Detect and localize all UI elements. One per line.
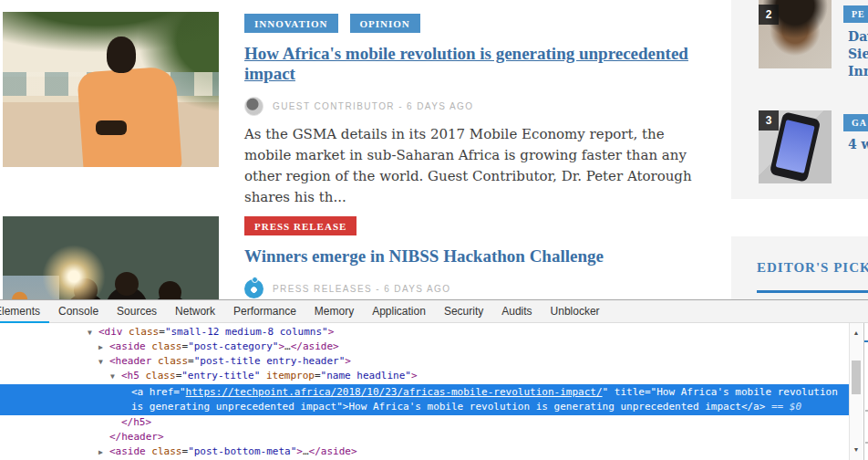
code-segment: > xyxy=(296,445,303,457)
styles-pane-edge xyxy=(863,323,868,460)
code-segment: itemprop xyxy=(260,370,315,382)
code-segment: https://techpoint.africa/2018/10/23/afri… xyxy=(186,386,603,398)
code-segment: "post-category" xyxy=(188,340,278,352)
devtools-code-line[interactable]: ▼<h5 class="entry-title" itemprop="name … xyxy=(0,369,849,383)
devtools-tab-performance[interactable]: Performance xyxy=(224,300,305,322)
techpoint-press-releases-icon[interactable] xyxy=(244,279,264,298)
sidebar-title-line: 4 wa xyxy=(848,136,868,153)
devtools-code-line[interactable]: </h5> xyxy=(0,415,849,430)
code-segment: "post-bottom-meta" xyxy=(188,445,296,457)
sidebar-item-3-category-tag[interactable]: GA xyxy=(843,114,868,131)
code-segment: … xyxy=(284,340,291,352)
devtools-panel: ElementsConsoleSourcesNetworkPerformance… xyxy=(0,299,868,460)
code-segment: " title="How Africa's mobile revolution xyxy=(603,386,838,398)
sidebar-title-line: Inno xyxy=(848,63,868,80)
devtools-tab-console[interactable]: Console xyxy=(49,300,108,322)
devtools-tab-unblocker[interactable]: Unblocker xyxy=(542,300,609,322)
expand-collapse-arrow-icon[interactable]: ▼ xyxy=(88,326,98,340)
code-segment: <aside xyxy=(109,340,146,352)
rank-badge: 2 xyxy=(759,5,779,25)
devtools-code-line[interactable]: <a href="https://techpoint.africa/2018/1… xyxy=(0,385,849,400)
devtools-tab-memory[interactable]: Memory xyxy=(305,300,363,322)
code-segment: = xyxy=(188,355,194,367)
thumbnail-person-head xyxy=(107,37,136,73)
editors-pick-underline xyxy=(757,290,868,293)
devtools-code-line[interactable]: ▶<aside class="post-bottom-meta">…</asid… xyxy=(0,444,849,459)
code-segment: class xyxy=(123,326,160,338)
scroll-up-arrow-icon[interactable]: ▲ xyxy=(850,329,863,338)
code-segment: "small-12 medium-8 columns" xyxy=(165,326,328,338)
devtools-tab-security[interactable]: Security xyxy=(435,300,492,322)
code-segment: > xyxy=(345,355,351,367)
sidebar-title-line: Dav xyxy=(848,28,868,46)
devtools-tab-network[interactable]: Network xyxy=(166,300,224,322)
code-segment: </aside> xyxy=(309,445,357,457)
thumbnail-person xyxy=(159,281,181,299)
code-segment: class xyxy=(140,370,176,382)
devtools-tab-sources[interactable]: Sources xyxy=(108,300,166,322)
article-2: PRESS RELEASE Winners emerge in NIBSS Ha… xyxy=(244,216,714,298)
sidebar-item-3-title[interactable]: 4 wa xyxy=(848,136,868,153)
category-tag[interactable]: PRESS RELEASE xyxy=(244,216,356,235)
devtools-code-line[interactable]: ▼<div class="small-12 medium-8 columns"> xyxy=(0,325,849,340)
editors-pick-heading: EDITOR'S PICK xyxy=(757,260,868,276)
article-1-excerpt: As the GSMA details in its 2017 Mobile E… xyxy=(244,124,709,208)
article-2-author-row: PRESS RELEASES - 6 DAYS AGO xyxy=(244,278,714,298)
code-segment: = xyxy=(315,370,321,382)
code-segment: = xyxy=(159,326,165,338)
article-1: INNOVATIONOPINION How Africa's mobile re… xyxy=(244,14,714,208)
expand-collapse-arrow-icon[interactable]: ▼ xyxy=(110,370,121,384)
category-tag[interactable]: INNOVATION xyxy=(244,14,338,33)
expand-collapse-arrow-icon[interactable]: ▼ xyxy=(98,355,109,370)
thumbnail-person-hands xyxy=(96,120,127,135)
code-segment: "post-title entry-header" xyxy=(194,355,346,367)
selected-element-row[interactable]: <a href="https://techpoint.africa/2018/1… xyxy=(0,384,849,415)
devtools-code-line[interactable]: </header> xyxy=(0,430,849,444)
article-1-title-link[interactable]: How Africa's mobile revolution is genera… xyxy=(244,44,714,84)
code-segment: <div xyxy=(98,326,123,338)
code-segment: class xyxy=(146,445,182,457)
elements-tree[interactable]: ▼<div class="small-12 medium-8 columns">… xyxy=(0,323,849,460)
code-segment: > xyxy=(411,370,418,382)
article-2-tags: PRESS RELEASE xyxy=(244,216,714,235)
category-tag[interactable]: OPINION xyxy=(350,14,420,33)
popular-posts-card: 2 PE DavSierInno 3 GA 4 wa xyxy=(731,0,868,199)
devtools-tab-application[interactable]: Application xyxy=(363,300,435,322)
rank-badge: 3 xyxy=(759,110,779,131)
devtools-tab-bar: ElementsConsoleSourcesNetworkPerformance… xyxy=(0,300,868,323)
devtools-code-line[interactable]: ▼<header class="post-title entry-header"… xyxy=(0,354,849,369)
devtools-scrollbar[interactable]: ▲ ▼ xyxy=(849,323,863,460)
expand-collapse-arrow-icon[interactable]: ▶ xyxy=(98,340,109,355)
article-2-title-link[interactable]: Winners emerge in NIBSS Hackathon Challe… xyxy=(244,246,714,267)
article-thumbnail[interactable] xyxy=(3,12,219,167)
devtools-code-line[interactable]: ▶<aside class="post-category">…</aside> xyxy=(0,340,849,354)
article-1-meta: GUEST CONTRIBUTOR - 6 DAYS AGO xyxy=(273,101,473,111)
thumbnail-person-shirt xyxy=(78,66,183,167)
thumbnail-person xyxy=(115,272,139,296)
news-page-content: INNOVATIONOPINION How Africa's mobile re… xyxy=(0,0,868,299)
devtools-tab-elements[interactable]: Elements xyxy=(0,300,49,322)
code-segment: </header> xyxy=(109,431,164,443)
code-segment: is generating unprecedented impact">How … xyxy=(131,401,765,413)
article-thumbnail[interactable] xyxy=(3,216,219,299)
code-segment: <header xyxy=(109,355,151,367)
expand-collapse-arrow-icon[interactable]: ▶ xyxy=(98,445,109,460)
scroll-down-arrow-icon[interactable]: ▼ xyxy=(850,445,863,455)
devtools-code-line[interactable]: is generating unprecedented impact">How … xyxy=(0,400,849,414)
code-segment: == $0 xyxy=(765,401,801,413)
code-segment: </aside> xyxy=(291,340,339,352)
code-segment: </h5> xyxy=(121,416,151,428)
code-segment: "name headline" xyxy=(321,370,411,382)
sidebar-item-2-category-tag[interactable]: PE xyxy=(843,5,868,23)
thumbnail-lens-flare xyxy=(42,245,106,299)
code-segment: > xyxy=(328,326,335,338)
article-1-author-row: GUEST CONTRIBUTOR - 6 DAYS AGO xyxy=(244,96,714,116)
devtools-tab-audits[interactable]: Audits xyxy=(492,300,541,322)
code-segment: class xyxy=(151,355,188,367)
code-segment: <h5 xyxy=(121,370,140,382)
scrollbar-thumb[interactable] xyxy=(852,361,861,394)
code-segment: "entry-title" xyxy=(181,370,260,382)
guest-contributor-avatar[interactable] xyxy=(244,97,264,116)
sidebar-item-2-title[interactable]: DavSierInno xyxy=(848,28,868,80)
styles-tab-underline xyxy=(864,340,868,342)
